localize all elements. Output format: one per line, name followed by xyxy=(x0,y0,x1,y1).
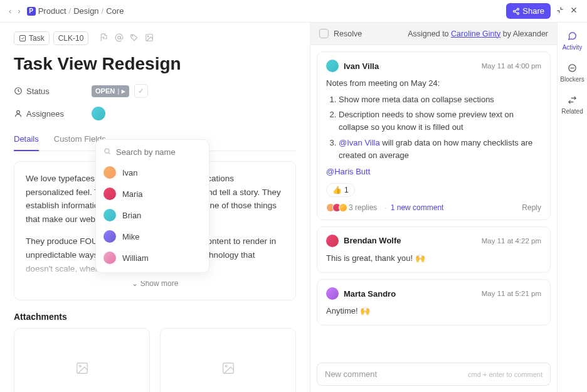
task-id-chip[interactable]: CLK-10 xyxy=(53,31,89,45)
assignees-row: Assignees xyxy=(14,107,296,120)
comment-time: May 11 at 4:22 pm xyxy=(482,237,541,245)
svg-rect-7 xyxy=(20,36,26,41)
comment-body: Notes from meeting on May 24: Show more … xyxy=(326,77,541,178)
comment-time: May 11 at 4:00 pm xyxy=(482,62,541,70)
new-comment-input[interactable]: New comment cmd + enter to comment xyxy=(317,363,551,386)
rail-activity[interactable]: Activity xyxy=(558,29,587,53)
comment-card: Ivan Villa May 11 at 4:00 pm Notes from … xyxy=(317,51,551,220)
image-icon[interactable] xyxy=(145,33,154,44)
status-row: Status OPEN | ▸ ✓ xyxy=(14,84,296,98)
resolve-label: Resolve xyxy=(334,29,362,38)
avatar xyxy=(326,60,339,72)
topbar-left: ‹ › P Product / Design / Core xyxy=(9,6,124,16)
share-icon xyxy=(512,8,520,15)
comment-body: This is great, thank you! 🙌 xyxy=(326,252,541,265)
breadcrumb-item[interactable]: Core xyxy=(106,6,124,16)
chevron-right-icon: ▸ xyxy=(122,87,125,95)
replies-count[interactable]: 3 replies xyxy=(349,203,377,212)
avatar xyxy=(103,252,116,264)
assignee-option[interactable]: Mike xyxy=(96,226,209,247)
svg-point-0 xyxy=(517,8,519,10)
blocked-icon xyxy=(568,63,577,75)
breadcrumb-icon: P xyxy=(27,7,36,16)
assignee-option[interactable]: Maria xyxy=(96,183,209,204)
breadcrumb-sep: / xyxy=(69,6,71,16)
avatar xyxy=(326,287,339,300)
mention[interactable]: @Ivan Villa xyxy=(339,138,380,147)
main-layout: Task CLK-10 Task View Redesign Status xyxy=(0,23,587,392)
breadcrumb-item[interactable]: Product xyxy=(38,6,66,16)
assignee-popover: Ivan Maria Brian Mike William xyxy=(95,139,209,273)
comment-time: May 11 at 5:21 pm xyxy=(482,290,541,297)
thumbs-up-icon: 👍 xyxy=(332,186,342,194)
comment-body: Anytime! 🙌 xyxy=(326,305,541,317)
share-button[interactable]: Share xyxy=(506,3,551,19)
svg-point-15 xyxy=(79,366,81,368)
main-content: Task CLK-10 Task View Redesign Status xyxy=(0,23,310,392)
svg-point-13 xyxy=(17,110,20,114)
reaction-chip[interactable]: 👍 1 xyxy=(326,183,355,197)
nav-back-icon[interactable]: ‹ xyxy=(9,6,11,16)
comment-list: Ivan Villa May 11 at 4:00 pm Notes from … xyxy=(310,45,557,363)
avatar xyxy=(103,188,116,200)
svg-point-1 xyxy=(514,10,516,12)
assignee-option[interactable]: Brian xyxy=(96,204,209,226)
assignee-option-list: Ivan Maria Brian Mike William xyxy=(96,162,209,268)
breadcrumb-sep: / xyxy=(102,6,104,16)
list-item: @Ivan Villa will grab data on how many c… xyxy=(339,137,541,162)
activity-panel: Resolve Assigned to Caroline Ginty by Al… xyxy=(310,23,557,392)
resolve-checkbox[interactable] xyxy=(319,29,329,38)
comment-card: Brendan Wolfe May 11 at 4:22 pm This is … xyxy=(317,226,551,273)
complete-checkbox[interactable]: ✓ xyxy=(134,84,148,98)
avatar xyxy=(103,166,116,179)
comment-card: Marta Sandro May 11 at 5:21 pm Anytime! … xyxy=(317,279,551,326)
close-icon[interactable] xyxy=(569,6,578,16)
assigned-user-link[interactable]: Caroline Ginty xyxy=(451,29,500,38)
assignee-search-row xyxy=(96,145,209,162)
right-rail: Activity Blockers Related xyxy=(557,23,587,392)
breadcrumb: P Product / Design / Core xyxy=(27,6,124,16)
minimize-icon[interactable] xyxy=(556,6,564,16)
attachment-placeholder[interactable] xyxy=(160,328,296,392)
comment-author: Ivan Villa xyxy=(344,61,379,71)
new-comment-link[interactable]: 1 new comment xyxy=(381,203,443,212)
avatar xyxy=(326,235,339,247)
new-comment-hint: cmd + enter to comment xyxy=(468,371,542,378)
assignee-search-input[interactable] xyxy=(116,147,221,157)
attachments-row xyxy=(14,328,296,392)
assignee-avatar[interactable] xyxy=(92,107,105,120)
svg-point-8 xyxy=(118,36,121,39)
page-title: Task View Redesign xyxy=(14,54,296,74)
list-item: Description needs to show some preview t… xyxy=(339,109,541,134)
comment-author: Brendan Wolfe xyxy=(344,236,401,245)
svg-point-11 xyxy=(147,36,149,37)
reply-button[interactable]: Reply xyxy=(522,203,541,212)
image-icon xyxy=(75,361,89,375)
mention[interactable]: @Haris Butt xyxy=(326,167,370,176)
attachment-placeholder[interactable] xyxy=(14,328,150,392)
attachments-heading: Attachments xyxy=(14,312,296,322)
top-bar: ‹ › P Product / Design / Core Share xyxy=(0,0,587,23)
avatar xyxy=(103,230,116,243)
new-comment-placeholder: New comment xyxy=(325,369,377,379)
assignee-option[interactable]: Ivan xyxy=(96,162,209,183)
tag-icon[interactable] xyxy=(130,33,139,44)
status-icon xyxy=(14,87,23,95)
rail-blockers[interactable]: Blockers xyxy=(558,61,587,85)
svg-point-2 xyxy=(517,13,519,14)
svg-line-4 xyxy=(516,9,517,11)
rail-related[interactable]: Related xyxy=(558,93,587,117)
status-chip[interactable]: OPEN | ▸ xyxy=(92,85,129,97)
nav-forward-icon[interactable]: › xyxy=(18,6,20,16)
mention-icon[interactable] xyxy=(115,33,124,44)
chat-icon xyxy=(568,31,577,43)
resolve-bar: Resolve Assigned to Caroline Ginty by Al… xyxy=(310,23,557,45)
breadcrumb-item[interactable]: Design xyxy=(73,6,98,16)
task-type-chip[interactable]: Task xyxy=(14,31,50,45)
flag-icon[interactable] xyxy=(100,33,108,44)
assignee-option[interactable]: William xyxy=(96,247,209,268)
status-label: Status xyxy=(14,87,83,96)
tab-details[interactable]: Details xyxy=(14,129,39,151)
assignees-label: Assignees xyxy=(14,109,83,119)
comment-author: Marta Sandro xyxy=(344,289,396,299)
